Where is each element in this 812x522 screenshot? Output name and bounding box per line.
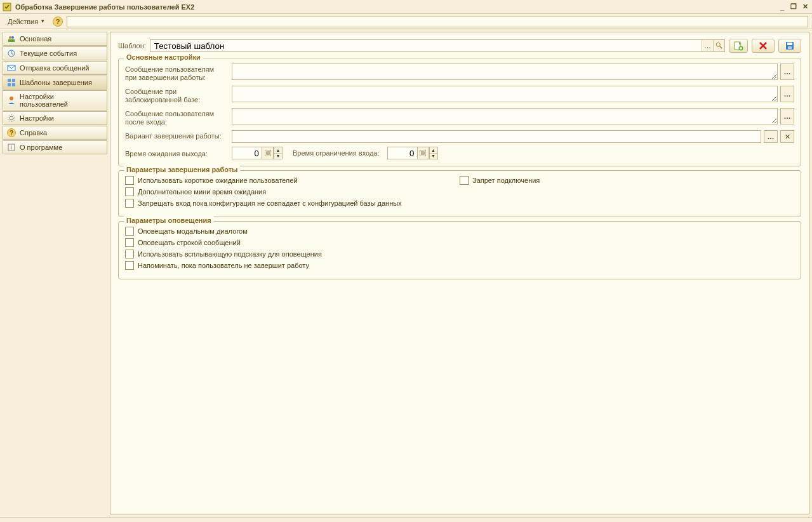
msg-on-exit-label: Сообщение пользователям при завершении р… xyxy=(125,64,227,82)
chk-modal-label: Оповещать модальным диалогом xyxy=(138,227,248,235)
close-button[interactable]: ✕ xyxy=(801,3,809,11)
save-template-button[interactable] xyxy=(778,39,801,53)
msg-after-login-expand[interactable]: … xyxy=(780,108,794,124)
chk-short-wait-label: Использовать короткое ожидание пользоват… xyxy=(138,177,298,184)
svg-rect-8 xyxy=(8,83,11,86)
wait-exit-down[interactable]: ▼ xyxy=(274,154,282,159)
login-limit-input[interactable] xyxy=(387,147,418,159)
wait-exit-input[interactable] xyxy=(232,147,262,159)
sidebar-item-help[interactable]: ? Справка xyxy=(3,126,107,140)
sidebar-item-label: Настройки пользователей xyxy=(20,93,103,108)
help-icon: ? xyxy=(7,128,16,137)
msg-locked-input[interactable] xyxy=(232,86,778,102)
msg-on-exit-expand[interactable]: … xyxy=(780,64,794,80)
sidebar-item-label: Настройки xyxy=(20,114,54,122)
chk-deny-until-conf[interactable] xyxy=(125,199,134,208)
svg-rect-20 xyxy=(787,43,792,45)
sidebar-item-templates[interactable]: Шаблоны завершения xyxy=(3,76,107,90)
sidebar-item-main[interactable]: Основная xyxy=(3,32,107,46)
msg-after-login-input[interactable] xyxy=(232,108,778,124)
chk-msgline-label: Оповещать строкой сообщений xyxy=(138,239,241,246)
statusbar xyxy=(0,517,812,522)
template-input[interactable] xyxy=(150,39,725,52)
users-icon xyxy=(7,34,16,43)
help-icon[interactable]: ? xyxy=(53,17,63,27)
chk-popup-label: Использовать всплывающую подсказку для о… xyxy=(138,250,322,258)
svg-point-1 xyxy=(9,36,11,39)
chevron-down-icon: ▼ xyxy=(40,18,45,24)
chk-msgline[interactable] xyxy=(125,238,134,247)
add-template-button[interactable] xyxy=(729,39,748,53)
wait-exit-label: Время ожидания выхода: xyxy=(125,148,227,158)
toolbar-search-input[interactable] xyxy=(67,16,808,27)
login-limit-label: Время ограничения входа: xyxy=(293,149,380,157)
chk-remind[interactable] xyxy=(125,261,134,270)
titlebar: Обработка Завершение работы пользователе… xyxy=(0,0,812,14)
svg-point-2 xyxy=(11,36,14,39)
svg-rect-7 xyxy=(12,79,15,82)
group-notify-legend: Параметры оповещения xyxy=(124,217,214,224)
sidebar: Основная Текущие события Отправка сообще… xyxy=(3,32,107,514)
sidebar-item-events[interactable]: Текущие события xyxy=(3,46,107,60)
template-search-button[interactable] xyxy=(713,40,724,51)
svg-point-12 xyxy=(8,115,15,122)
sidebar-item-about[interactable]: i О программе xyxy=(3,140,107,154)
info-icon: i xyxy=(7,143,16,152)
chk-extra-mini[interactable] xyxy=(125,187,134,196)
group-main-legend: Основные настройки xyxy=(124,53,203,61)
sidebar-item-label: Шаблоны завершения xyxy=(20,79,92,86)
main-content: Шаблон: … Основные наст xyxy=(110,32,809,514)
login-limit-calc[interactable] xyxy=(418,147,429,159)
user-icon xyxy=(7,96,16,105)
group-exit-params: Параметры завершения работы Использовать… xyxy=(118,170,801,217)
delete-template-button[interactable] xyxy=(752,39,775,53)
group-notify-params: Параметры оповещения Оповещать модальным… xyxy=(118,221,801,279)
actions-menu[interactable]: Действия ▼ xyxy=(4,17,49,26)
chk-short-wait[interactable] xyxy=(125,176,134,185)
chk-deny-until-conf-label: Запрещать вход пока конфигурация не совп… xyxy=(138,199,402,207)
chk-deny-connect[interactable] xyxy=(460,176,469,185)
app-icon xyxy=(3,3,11,11)
restore-button[interactable]: ❐ xyxy=(789,3,798,11)
sidebar-item-label: Текущие события xyxy=(20,50,77,57)
msg-locked-expand[interactable]: … xyxy=(780,86,794,102)
mail-icon xyxy=(7,64,16,72)
chk-modal[interactable] xyxy=(125,227,134,236)
msg-on-exit-input[interactable] xyxy=(232,64,778,80)
toolbar: Действия ▼ ? xyxy=(0,14,812,29)
login-limit-up[interactable]: ▲ xyxy=(430,147,437,154)
chk-popup[interactable] xyxy=(125,250,134,258)
msg-locked-label: Сообщение при заблокированной базе: xyxy=(125,86,227,104)
clock-icon xyxy=(7,49,16,58)
msg-after-login-label: Сообщение пользователям после входа: xyxy=(125,108,227,126)
svg-rect-3 xyxy=(8,39,15,42)
svg-line-16 xyxy=(719,46,721,48)
exit-mode-clear[interactable]: ✕ xyxy=(780,130,794,143)
chk-remind-label: Напоминать, пока пользователь не заверши… xyxy=(138,262,309,269)
grid-icon xyxy=(7,78,16,87)
exit-mode-label: Вариант завершения работы: xyxy=(125,130,227,140)
chk-deny-connect-label: Запрет подключения xyxy=(472,177,540,184)
sidebar-item-label: Справка xyxy=(20,129,47,137)
group-exit-legend: Параметры завершения работы xyxy=(124,166,240,173)
wait-exit-calc[interactable] xyxy=(262,147,274,159)
svg-rect-9 xyxy=(12,83,15,86)
sidebar-item-label: О программе xyxy=(20,144,62,151)
gear-icon xyxy=(7,114,16,123)
sidebar-item-label: Основная xyxy=(20,35,51,43)
sidebar-item-user-settings[interactable]: Настройки пользователей xyxy=(3,90,107,110)
minimize-button[interactable]: _ xyxy=(778,3,787,11)
svg-rect-6 xyxy=(8,79,11,82)
template-select-button[interactable]: … xyxy=(702,40,713,51)
svg-point-11 xyxy=(10,116,13,120)
sidebar-item-settings[interactable]: Настройки xyxy=(3,111,107,125)
window-title: Обработка Завершение работы пользователе… xyxy=(15,3,778,11)
sidebar-item-send[interactable]: Отправка сообщений xyxy=(3,61,107,75)
svg-point-15 xyxy=(716,43,720,46)
login-limit-down[interactable]: ▼ xyxy=(430,154,437,159)
exit-mode-input[interactable] xyxy=(232,130,761,143)
exit-mode-select[interactable]: … xyxy=(764,130,778,143)
svg-point-10 xyxy=(10,97,13,100)
chk-extra-mini-label: Дополнительное мини время ожидания xyxy=(138,188,266,196)
wait-exit-up[interactable]: ▲ xyxy=(274,147,282,154)
